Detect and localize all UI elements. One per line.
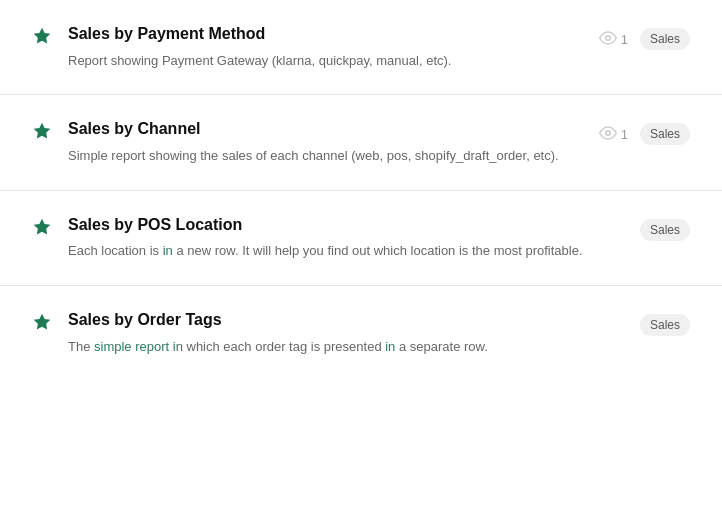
report-meta: 1Sales	[599, 28, 690, 50]
report-meta: Sales	[640, 314, 690, 336]
report-description: Each location is in a new row. It will h…	[68, 241, 624, 261]
view-count: 1	[599, 124, 628, 145]
description-link: in	[385, 339, 395, 354]
report-content: Sales by ChannelSimple report showing th…	[68, 119, 583, 165]
report-content: Sales by Order TagsThe simple report in …	[68, 310, 624, 356]
description-link: in	[169, 339, 183, 354]
view-count-number: 1	[621, 127, 628, 142]
report-meta: Sales	[640, 219, 690, 241]
view-count: 1	[599, 29, 628, 50]
tag-badge[interactable]: Sales	[640, 123, 690, 145]
svg-point-1	[605, 131, 610, 136]
report-content: Sales by Payment MethodReport showing Pa…	[68, 24, 583, 70]
tag-badge[interactable]: Sales	[640, 219, 690, 241]
star-icon[interactable]	[32, 26, 52, 46]
eye-icon	[599, 29, 617, 50]
star-icon[interactable]	[32, 312, 52, 332]
report-title: Sales by Channel	[68, 119, 583, 140]
report-item-sales-by-payment-method[interactable]: Sales by Payment MethodReport showing Pa…	[0, 0, 722, 95]
description-link: simple report	[94, 339, 169, 354]
report-item-sales-by-order-tags[interactable]: Sales by Order TagsThe simple report in …	[0, 286, 722, 380]
report-list: Sales by Payment MethodReport showing Pa…	[0, 0, 722, 380]
tag-badge[interactable]: Sales	[640, 314, 690, 336]
eye-icon	[599, 124, 617, 145]
report-description: Simple report showing the sales of each …	[68, 146, 583, 166]
report-meta: 1Sales	[599, 123, 690, 145]
star-icon[interactable]	[32, 121, 52, 141]
view-count-number: 1	[621, 32, 628, 47]
report-title: Sales by Payment Method	[68, 24, 583, 45]
report-description: The simple report in which each order ta…	[68, 337, 624, 357]
report-description: Report showing Payment Gateway (klarna, …	[68, 51, 583, 71]
report-title: Sales by POS Location	[68, 215, 624, 236]
report-item-sales-by-channel[interactable]: Sales by ChannelSimple report showing th…	[0, 95, 722, 190]
report-title: Sales by Order Tags	[68, 310, 624, 331]
report-content: Sales by POS LocationEach location is in…	[68, 215, 624, 261]
star-icon[interactable]	[32, 217, 52, 237]
tag-badge[interactable]: Sales	[640, 28, 690, 50]
description-link: in	[163, 243, 173, 258]
svg-point-0	[605, 35, 610, 40]
report-item-sales-by-pos-location[interactable]: Sales by POS LocationEach location is in…	[0, 191, 722, 286]
